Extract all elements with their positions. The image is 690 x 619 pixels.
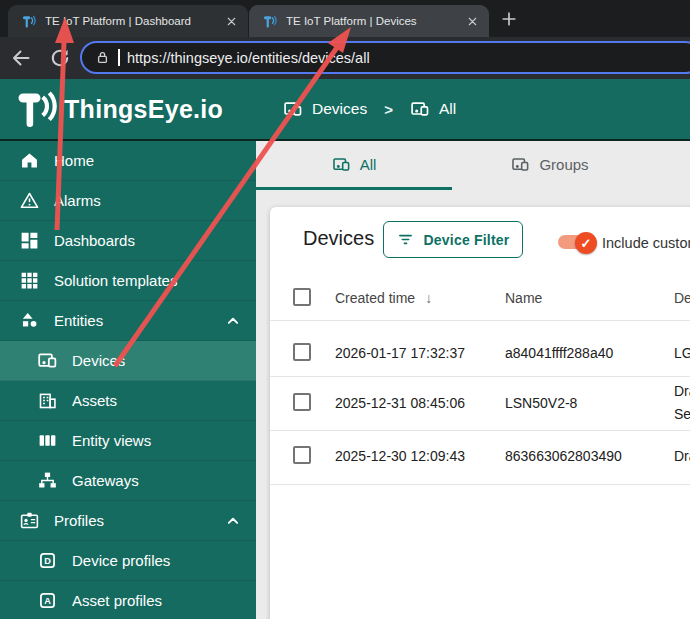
breadcrumb-label: All xyxy=(439,100,456,118)
cell-device-profile: Dra xyxy=(674,448,690,464)
thingseye-favicon-icon xyxy=(260,12,278,30)
column-header-device-profile[interactable]: De xyxy=(674,290,690,306)
tab-groups[interactable]: Groups xyxy=(452,141,648,188)
sidebar-item-assets[interactable]: Assets xyxy=(0,381,256,421)
chevron-up-icon[interactable] xyxy=(223,511,243,531)
cell-device-profile-line2: Se xyxy=(674,406,690,422)
warning-triangle-icon xyxy=(19,190,40,211)
url-text: https://thingseye.io/entities/devices/al… xyxy=(127,50,370,66)
active-tab-underline xyxy=(256,187,452,190)
sidebar-item-solution-templates[interactable]: Solution templates xyxy=(0,261,256,301)
devices-icon xyxy=(332,155,351,174)
device-filter-button[interactable]: Device Filter xyxy=(383,221,523,258)
breadcrumb-separator: > xyxy=(378,101,399,118)
home-icon xyxy=(19,150,40,171)
devices-group-icon xyxy=(511,155,530,174)
sidebar-item-profiles[interactable]: Profiles xyxy=(0,501,256,541)
devices-icon xyxy=(410,99,430,119)
close-icon[interactable] xyxy=(463,12,481,30)
devices-card: Devices Device Filter ✓ Include custom C… xyxy=(270,207,690,619)
include-customers-toggle-thumb[interactable]: ✓ xyxy=(575,232,597,254)
sidebar-item-home[interactable]: Home xyxy=(0,141,256,181)
chevron-up-icon[interactable] xyxy=(223,311,243,331)
building-icon xyxy=(37,390,58,411)
badge-icon xyxy=(19,510,40,531)
tab-title: TE IoT Platform | Devices xyxy=(286,15,455,27)
asset-profile-icon: A xyxy=(37,590,58,611)
sidebar-item-dashboards[interactable]: Dashboards xyxy=(0,221,256,261)
breadcrumb: Devices > All xyxy=(283,79,456,139)
cell-name: 863663062803490 xyxy=(505,448,622,464)
browser-tab-bar: TE IoT Platform | Dashboard TE IoT Platf… xyxy=(0,0,690,37)
network-tree-icon xyxy=(37,470,58,491)
tab-all[interactable]: All xyxy=(256,141,452,188)
breadcrumb-label: Devices xyxy=(312,100,367,118)
main-content: All Groups Devices Device Filter ✓ Inclu… xyxy=(256,141,690,619)
devices-icon xyxy=(37,350,58,371)
svg-text:A: A xyxy=(44,596,51,606)
thingseye-favicon-icon xyxy=(19,12,37,30)
cell-device-profile: Dra xyxy=(674,383,690,399)
shapes-icon xyxy=(19,310,40,331)
sidebar-nav: Home Alarms Dashboards Solution template… xyxy=(0,141,256,619)
cell-created-time: 2025-12-31 08:45:06 xyxy=(335,395,465,411)
breadcrumb-devices[interactable]: Devices xyxy=(283,99,367,119)
cell-name: a84041ffff288a40 xyxy=(505,345,613,361)
column-header-created-time[interactable]: Created time↓ xyxy=(335,290,432,306)
row-checkbox[interactable] xyxy=(293,446,311,464)
cell-created-time: 2026-01-17 17:32:37 xyxy=(335,345,465,361)
row-checkbox[interactable] xyxy=(293,343,311,361)
logo-text[interactable]: ThingsEye.io xyxy=(64,79,223,139)
sidebar-item-alarms[interactable]: Alarms xyxy=(0,181,256,221)
close-icon[interactable] xyxy=(222,12,240,30)
check-icon: ✓ xyxy=(581,236,592,251)
sort-desc-icon[interactable]: ↓ xyxy=(425,290,432,306)
browser-tab-dashboard[interactable]: TE IoT Platform | Dashboard xyxy=(8,5,248,37)
toggle-label: Include custom xyxy=(602,235,690,251)
columns-icon xyxy=(37,430,58,451)
devices-icon xyxy=(283,99,303,119)
sidebar-item-entities[interactable]: Entities xyxy=(0,301,256,341)
cell-device-profile: LG xyxy=(674,345,690,361)
lock-icon xyxy=(94,49,111,66)
column-header-name[interactable]: Name xyxy=(505,290,542,306)
cell-name: LSN50V2-8 xyxy=(505,395,577,411)
dashboard-icon xyxy=(19,230,40,251)
row-divider xyxy=(270,430,690,431)
text-cursor xyxy=(118,49,120,66)
breadcrumb-all[interactable]: All xyxy=(410,99,456,119)
row-divider xyxy=(270,320,690,321)
thingseye-logo-icon[interactable] xyxy=(12,87,58,131)
tab-label: All xyxy=(360,156,377,173)
sidebar-item-asset-profiles[interactable]: A Asset profiles xyxy=(0,581,256,619)
row-divider xyxy=(270,484,690,485)
sidebar-item-devices[interactable]: Devices xyxy=(0,341,256,381)
browser-toolbar: https://thingseye.io/entities/devices/al… xyxy=(0,37,690,79)
row-divider xyxy=(270,376,690,377)
filter-icon xyxy=(397,231,414,248)
svg-text:D: D xyxy=(44,556,51,566)
sidebar-item-gateways[interactable]: Gateways xyxy=(0,461,256,501)
filter-button-label: Device Filter xyxy=(424,232,510,248)
back-icon[interactable] xyxy=(9,46,33,70)
cell-created-time: 2025-12-30 12:09:43 xyxy=(335,448,465,464)
reload-icon[interactable] xyxy=(48,46,72,70)
address-bar[interactable]: https://thingseye.io/entities/devices/al… xyxy=(80,41,690,74)
row-checkbox[interactable] xyxy=(293,393,311,411)
page-title: Devices xyxy=(303,227,374,250)
sidebar-item-entity-views[interactable]: Entity views xyxy=(0,421,256,461)
browser-tab-devices[interactable]: TE IoT Platform | Devices xyxy=(249,5,489,37)
tab-label: Groups xyxy=(539,156,588,173)
select-all-checkbox[interactable] xyxy=(293,288,311,306)
sidebar-item-device-profiles[interactable]: D Device profiles xyxy=(0,541,256,581)
new-tab-button[interactable] xyxy=(499,9,519,29)
device-profile-icon: D xyxy=(37,550,58,571)
grid-icon xyxy=(19,270,40,291)
tab-title: TE IoT Platform | Dashboard xyxy=(45,15,214,27)
app-header: ThingsEye.io Devices > All xyxy=(0,79,690,139)
